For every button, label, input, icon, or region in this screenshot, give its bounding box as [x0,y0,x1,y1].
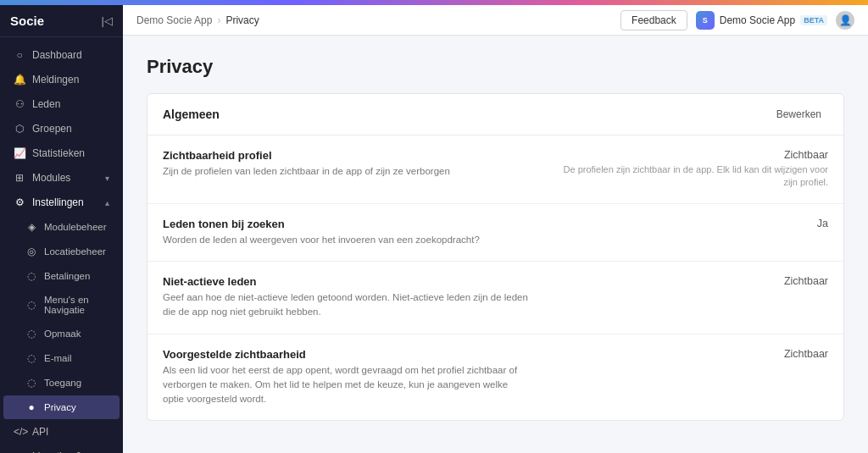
sidebar-item-label: Dashboard [32,49,109,61]
collapse-button[interactable]: |◁ [102,14,113,27]
statistieken-icon: 📈 [14,147,25,159]
sidebar-item-label: Toegang [44,378,109,388]
settings-card: Algemeen Bewerken Zichtbaarheid profiel … [147,93,844,421]
setting-row: Leden tonen bij zoeken Worden de leden a… [147,204,843,262]
setting-value-3: Zichtbaar [784,348,828,360]
setting-row: Voorgestelde zichtbaarheid Als een lid v… [147,334,843,421]
sidebar-item-email[interactable]: ◌ E-mail [3,346,120,370]
setting-right-1: Ja [817,218,828,232]
card-section-title: Algemeen [163,108,220,121]
sidebar-item-label: Instellingen [32,196,98,208]
setting-value-1: Ja [817,218,828,229]
user-avatar[interactable]: 👤 [836,11,854,30]
meldingen-icon: 🔔 [14,74,25,86]
sidebar-item-modules[interactable]: ⊞ Modules ▾ [3,166,120,190]
header-actions: Feedback S Demo Socie App BETA 👤 [620,10,854,30]
edit-button[interactable]: Bewerken [770,106,828,123]
setting-desc-0: Zijn de profielen van leden zichtbaar in… [163,164,529,179]
feedback-button[interactable]: Feedback [620,10,687,30]
leden-icon: ⚇ [14,98,25,110]
card-header: Algemeen Bewerken [147,94,843,135]
sidebar-item-privacy[interactable]: ● Privacy [3,395,120,419]
sidebar-item-betalingen[interactable]: ◌ Betalingen [3,264,120,288]
setting-desc-2: Geef aan hoe de niet-actieve leden getoo… [163,290,529,320]
sidebar-item-groepen[interactable]: ⬡ Groepen [3,117,120,141]
setting-title-0: Zichtbaarheid profiel [163,149,529,162]
setting-desc-3: Als een lid voor het eerst de app opent,… [163,363,529,407]
setting-title-3: Voorgestelde zichtbaarheid [163,348,529,361]
setting-title-2: Niet-actieve leden [163,275,529,288]
chevron-up-icon: ▴ [105,198,109,207]
modulebeheer-icon: ◈ [25,221,37,233]
content-area: Demo Socie App › Privacy Feedback S Demo… [123,5,868,453]
groepen-icon: ⬡ [14,123,25,135]
sidebar-item-meldingen[interactable]: 🔔 Meldingen [3,68,120,91]
sidebar-item-opmaak[interactable]: ◌ Opmaak [3,322,120,345]
privacy-icon: ● [25,401,37,413]
beta-badge: BETA [800,15,827,25]
app-name: Demo Socie App [720,14,795,26]
content-header: Demo Socie App › Privacy Feedback S Demo… [123,5,868,36]
sidebar-item-label: Leden [32,98,109,110]
sidebar-item-menus[interactable]: ◌ Menu's en Navigatie [3,289,120,321]
breadcrumb-separator: › [217,14,220,26]
instellingen-icon: ⚙ [14,196,25,208]
app-icon: S [696,11,715,30]
setting-right-0: Zichtbaar De profielen zijn zichtbaar in… [548,149,828,190]
sidebar-item-label: Privacy [44,402,109,412]
sidebar-item-licenties[interactable]: 📄 Licenties & Facturen [3,445,120,453]
setting-left-3: Voorgestelde zichtbaarheid Als een lid v… [163,348,529,407]
sidebar-item-label: Locatiebeheer [44,246,109,257]
setting-value-2: Zichtbaar [784,275,828,287]
setting-title-1: Leden tonen bij zoeken [163,218,529,230]
setting-row: Zichtbaarheid profiel Zijn de profielen … [147,135,843,204]
sidebar-item-toegang[interactable]: ◌ Toegang [3,371,120,395]
content-scroll: Privacy Algemeen Bewerken Zichtbaarheid … [123,36,868,453]
chevron-down-icon: ▾ [105,174,109,183]
api-icon: </> [14,426,25,438]
sidebar-item-label: Betalingen [44,271,109,281]
sidebar-item-instellingen[interactable]: ⚙ Instellingen ▴ [3,191,120,214]
modules-icon: ⊞ [14,172,25,184]
sidebar-item-label: Opmaak [44,329,109,339]
dashboard-icon: ○ [14,49,25,61]
setting-left-1: Leden tonen bij zoeken Worden de leden a… [163,218,529,247]
settings-list: Zichtbaarheid profiel Zijn de profielen … [147,135,843,420]
breadcrumb-app[interactable]: Demo Socie App [136,14,212,26]
opmaak-icon: ◌ [25,328,37,340]
sidebar-logo: Socie |◁ [0,5,123,37]
sidebar-item-leden[interactable]: ⚇ Leden [3,92,120,116]
sidebar-item-label: Menu's en Navigatie [44,295,109,315]
sidebar-item-statistieken[interactable]: 📈 Statistieken [3,141,120,165]
logo-text: Socie [10,14,44,28]
setting-value-0: Zichtbaar [548,149,828,161]
setting-left-2: Niet-actieve leden Geef aan hoe de niet-… [163,275,529,320]
setting-row: Niet-actieve leden Geef aan hoe de niet-… [147,262,843,334]
setting-desc-1: Worden de leden al weergeven voor het in… [163,233,529,247]
sidebar: Socie |◁ ○ Dashboard 🔔 Meldingen ⚇ Leden… [0,5,123,453]
sidebar-item-label: Modules [32,172,98,184]
setting-note-0: De profielen zijn zichtbaar in de app. E… [548,163,828,190]
page-title: Privacy [147,56,844,78]
email-icon: ◌ [25,352,37,364]
setting-right-3: Zichtbaar [784,348,828,362]
sidebar-item-label: E-mail [44,353,109,363]
betalingen-icon: ◌ [25,270,37,282]
menus-icon: ◌ [25,299,37,311]
sidebar-item-modulebeheer[interactable]: ◈ Modulebeheer [3,215,120,239]
setting-right-2: Zichtbaar [784,275,828,290]
sidebar-item-label: Modulebeheer [44,222,109,232]
sidebar-nav: ○ Dashboard 🔔 Meldingen ⚇ Leden ⬡ Groepe… [0,37,123,453]
breadcrumb-current: Privacy [225,14,259,26]
instellingen-submenu: ◈ Modulebeheer ◎ Locatiebeheer ◌ Betalin… [0,215,123,419]
breadcrumb: Demo Socie App › Privacy [136,14,259,26]
sidebar-item-label: Statistieken [32,147,109,159]
toegang-icon: ◌ [25,377,37,389]
app-badge[interactable]: S Demo Socie App BETA [696,11,827,30]
setting-left-0: Zichtbaarheid profiel Zijn de profielen … [163,149,529,179]
sidebar-item-dashboard[interactable]: ○ Dashboard [3,43,120,67]
locatiebeheer-icon: ◎ [25,246,37,257]
sidebar-item-locatiebeheer[interactable]: ◎ Locatiebeheer [3,240,120,263]
sidebar-item-label: Groepen [32,123,109,135]
sidebar-item-api[interactable]: </> API [3,420,120,444]
